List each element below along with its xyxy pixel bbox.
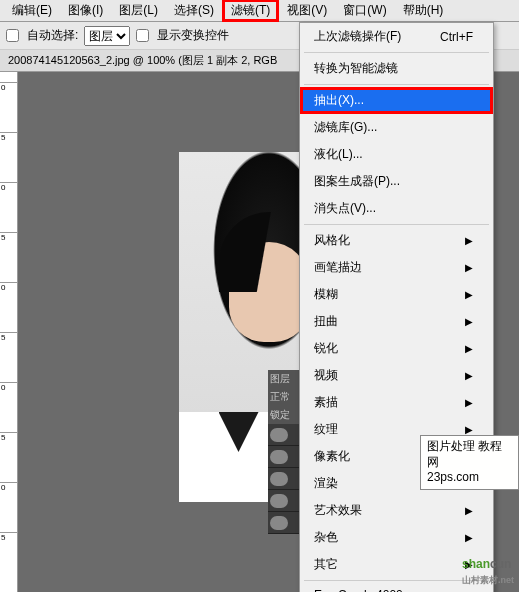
chevron-right-icon: ▶ [465, 316, 473, 327]
eye-icon[interactable] [270, 428, 288, 442]
menu-layer[interactable]: 图层(L) [111, 0, 166, 21]
chevron-right-icon: ▶ [465, 343, 473, 354]
layers-panel[interactable]: 图层 正常 锁定 [268, 370, 300, 534]
blend-mode[interactable]: 正常 [268, 388, 300, 406]
ruler-vertical: 0 5 0 5 0 5 0 5 0 5 [0, 72, 18, 592]
auto-select-dropdown[interactable]: 图层 [84, 26, 130, 46]
chevron-right-icon: ▶ [465, 289, 473, 300]
menu-item-[interactable]: 风格化▶ [300, 227, 493, 254]
chevron-right-icon: ▶ [465, 235, 473, 246]
layer-row[interactable] [268, 512, 300, 534]
menu-help[interactable]: 帮助(H) [395, 0, 452, 21]
menu-select[interactable]: 选择(S) [166, 0, 222, 21]
eye-icon[interactable] [270, 494, 288, 508]
menu-item-G[interactable]: 滤镜库(G)... [300, 114, 493, 141]
chevron-right-icon: ▶ [465, 532, 473, 543]
eye-icon[interactable] [270, 472, 288, 486]
chevron-right-icon: ▶ [465, 505, 473, 516]
layers-header: 图层 [268, 370, 300, 388]
menu-item-[interactable]: 视频▶ [300, 362, 493, 389]
layer-row[interactable] [268, 490, 300, 512]
auto-select-label: 自动选择: [27, 27, 78, 44]
menubar: 编辑(E) 图像(I) 图层(L) 选择(S) 滤镜(T) 视图(V) 窗口(W… [0, 0, 519, 22]
menu-item-[interactable]: 模糊▶ [300, 281, 493, 308]
tooltip: 图片处理 教程网 23ps.com [420, 435, 519, 490]
menu-item-[interactable]: 艺术效果▶ [300, 497, 493, 524]
layer-row[interactable] [268, 468, 300, 490]
filter-menu-dropdown: 上次滤镜操作(F)Ctrl+F转换为智能滤镜抽出(X)...滤镜库(G)...液… [299, 22, 494, 592]
menu-item-[interactable]: 素描▶ [300, 389, 493, 416]
menu-item-[interactable]: 扭曲▶ [300, 308, 493, 335]
menu-edit[interactable]: 编辑(E) [4, 0, 60, 21]
menu-item-[interactable]: 画笔描边▶ [300, 254, 493, 281]
eye-icon[interactable] [270, 450, 288, 464]
show-transform-checkbox[interactable] [136, 29, 149, 42]
show-transform-label: 显示变换控件 [157, 27, 229, 44]
menu-item-P[interactable]: 图案生成器(P)... [300, 168, 493, 195]
menu-item-V[interactable]: 消失点(V)... [300, 195, 493, 222]
menu-item-[interactable]: 锐化▶ [300, 335, 493, 362]
menu-image[interactable]: 图像(I) [60, 0, 111, 21]
menu-item-[interactable]: 转换为智能滤镜 [300, 55, 493, 82]
menu-item-F[interactable]: 上次滤镜操作(F)Ctrl+F [300, 23, 493, 50]
auto-select-checkbox[interactable] [6, 29, 19, 42]
menu-item-L[interactable]: 液化(L)... [300, 141, 493, 168]
menu-view[interactable]: 视图(V) [279, 0, 335, 21]
chevron-right-icon: ▶ [465, 424, 473, 435]
menu-item-[interactable]: 杂色▶ [300, 524, 493, 551]
lock-label: 锁定 [268, 406, 300, 424]
chevron-right-icon: ▶ [465, 397, 473, 408]
layer-row[interactable] [268, 424, 300, 446]
watermark: shancun 山村素材.net [462, 548, 514, 587]
eye-icon[interactable] [270, 516, 288, 530]
menu-filter[interactable]: 滤镜(T) [222, 0, 279, 22]
chevron-right-icon: ▶ [465, 370, 473, 381]
chevron-right-icon: ▶ [465, 262, 473, 273]
menu-window[interactable]: 窗口(W) [335, 0, 394, 21]
layer-row[interactable] [268, 446, 300, 468]
menu-item-X[interactable]: 抽出(X)... [300, 87, 493, 114]
